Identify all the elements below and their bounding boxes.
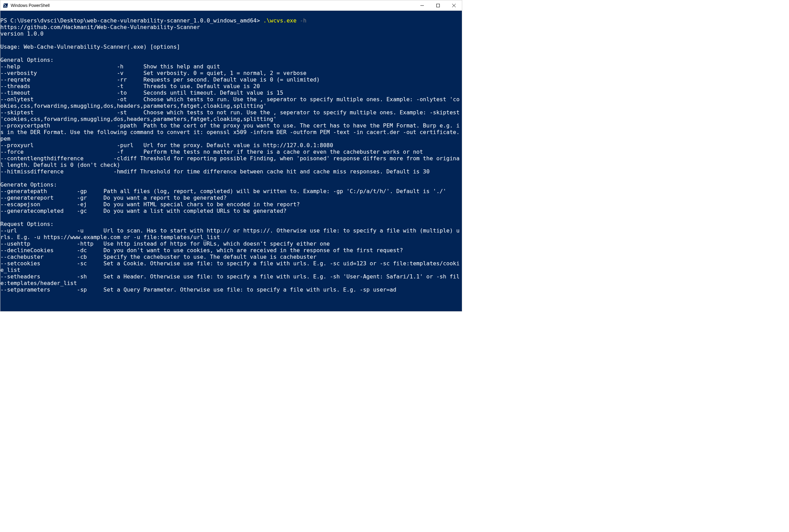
powershell-window: Windows PowerShell PS C:\Users\dvsci\Des… xyxy=(0,0,462,312)
prompt-line: PS C:\Users\dvsci\Desktop\web-cache-vuln… xyxy=(0,17,306,24)
window-title: Windows PowerShell xyxy=(11,3,50,8)
close-button[interactable] xyxy=(446,0,462,10)
command-text: .\wcvs.exe xyxy=(263,17,296,24)
terminal-output[interactable]: PS C:\Users\dvsci\Desktop\web-cache-vuln… xyxy=(0,11,462,311)
minimize-button[interactable] xyxy=(414,0,430,10)
maximize-button[interactable] xyxy=(430,0,446,10)
command-arg: -h xyxy=(296,17,306,24)
help-output: https://github.com/Hackmanit/Web-Cache-V… xyxy=(0,24,462,293)
ps-prompt: PS C:\Users\dvsci\Desktop\web-cache-vuln… xyxy=(0,17,263,24)
window-controls xyxy=(414,0,462,10)
titlebar[interactable]: Windows PowerShell xyxy=(0,0,462,11)
powershell-icon xyxy=(3,3,9,8)
svg-rect-0 xyxy=(437,4,440,7)
